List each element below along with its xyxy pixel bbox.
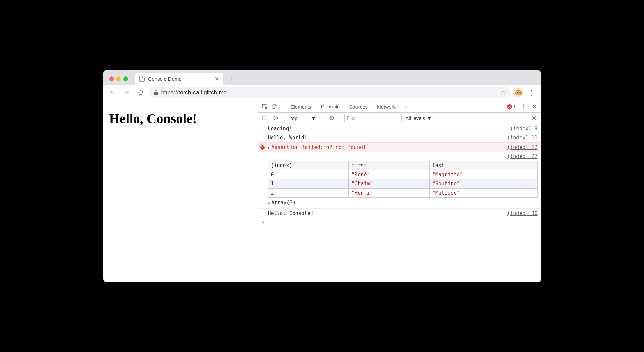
console-output: Loading! (index):9 Hello, World! (index)… [258, 124, 541, 282]
filter-input[interactable] [344, 114, 402, 122]
table-header[interactable]: last [430, 161, 537, 170]
log-row: Hello, Console! (index):30 [258, 209, 541, 218]
prompt-caret-icon: › [262, 219, 265, 225]
live-expression-button[interactable] [327, 114, 336, 123]
array-summary[interactable]: ▶Array(3) [268, 198, 538, 206]
more-tabs-button[interactable]: » [401, 102, 410, 111]
browser-window: Console Demo ✕ + https://torch-calf.glit… [103, 70, 541, 282]
table-header[interactable]: first [349, 161, 430, 170]
eye-icon [328, 115, 335, 121]
console-settings-button[interactable] [529, 115, 539, 121]
context-selector[interactable]: top▼ [289, 115, 319, 121]
arrow-left-icon [109, 90, 115, 96]
error-icon: ✕ [507, 104, 512, 109]
log-source-link[interactable]: (index):30 [507, 210, 537, 216]
svg-rect-2 [275, 106, 277, 109]
table-header[interactable]: (index) [268, 161, 349, 170]
devtools-tabbar: Elements Console Sources Network » ✕ 1 ⋮… [258, 101, 541, 113]
expand-triangle-icon: ▶ [268, 201, 270, 205]
profile-avatar[interactable]: 🐵 [513, 88, 523, 97]
log-message: Loading! [268, 126, 510, 132]
tab-elements[interactable]: Elements [286, 101, 316, 112]
new-tab-button[interactable]: + [227, 74, 236, 84]
tab-title: Console Demo [148, 76, 211, 82]
table-row-data: 2 "Henri" "Matisse" [268, 188, 537, 197]
chevron-down-icon: ▼ [427, 115, 432, 121]
console-prompt[interactable]: › [258, 218, 541, 227]
close-tab-button[interactable]: ✕ [215, 75, 219, 82]
url-text: https://torch-calf.glitch.me [161, 89, 497, 96]
log-row: Hello, World! (index):11 [258, 133, 541, 142]
svg-point-7 [533, 117, 535, 119]
tab-console[interactable]: Console [317, 101, 344, 112]
clear-console-button[interactable] [271, 114, 280, 123]
error-count: 1 [513, 104, 516, 109]
log-message: Hello, Console! [268, 210, 507, 216]
table-row: (index):27 (index) first last 0 [258, 152, 541, 209]
maximize-window-button[interactable] [123, 76, 128, 81]
log-source-link[interactable]: (index):27 [268, 152, 538, 161]
expand-triangle-icon[interactable]: ▶ [268, 146, 270, 150]
table-row-data: 0 "René" "Magritte" [268, 170, 537, 179]
device-mode-button[interactable] [271, 102, 279, 111]
tab-bar: Console Demo ✕ + [103, 70, 541, 85]
close-devtools-button[interactable]: ✕ [530, 102, 539, 111]
tab-sources[interactable]: Sources [345, 101, 372, 112]
svg-rect-3 [263, 116, 267, 120]
log-source-link[interactable]: (index):9 [510, 126, 537, 132]
devtools-menu-button[interactable]: ⋮ [519, 102, 528, 111]
browser-tab[interactable]: Console Demo ✕ [135, 73, 223, 85]
reload-icon [138, 90, 144, 96]
file-icon [139, 76, 145, 82]
log-message: ▶Assertion failed: h2 not found! [268, 144, 507, 150]
gear-icon [531, 115, 537, 121]
bookmark-button[interactable]: ☆ [500, 89, 506, 97]
device-icon [272, 104, 278, 110]
log-source-link[interactable]: (index):11 [507, 135, 537, 141]
log-row: Loading! (index):9 [258, 124, 541, 133]
reload-button[interactable] [135, 87, 146, 98]
inspect-icon [262, 104, 268, 110]
minimize-window-button[interactable] [116, 76, 121, 81]
forward-button[interactable] [121, 87, 132, 98]
error-count-badge[interactable]: ✕ 1 [507, 104, 516, 109]
window-controls [107, 76, 131, 85]
console-toolbar: top▼ All levels ▼ [258, 113, 541, 124]
page-heading: Hello, Console! [109, 111, 252, 127]
clear-icon [273, 115, 278, 121]
log-source-link[interactable]: (index):12 [507, 144, 537, 150]
svg-line-5 [274, 117, 277, 119]
tab-network[interactable]: Network [373, 101, 400, 112]
log-message: Hello, World! [268, 135, 507, 141]
toggle-sidebar-button[interactable] [260, 114, 269, 123]
content-area: Hello, Console! Elements Console Sources… [103, 101, 541, 282]
devtools-panel: Elements Console Sources Network » ✕ 1 ⋮… [258, 101, 541, 282]
address-bar[interactable]: https://torch-calf.glitch.me ☆ [149, 87, 511, 98]
close-window-button[interactable] [109, 76, 114, 81]
chevron-down-icon: ▼ [311, 115, 316, 121]
text-cursor [268, 220, 268, 225]
sidebar-icon [262, 115, 268, 121]
error-row: ▶Assertion failed: h2 not found! (index)… [258, 142, 541, 152]
svg-point-6 [331, 117, 332, 119]
browser-toolbar: https://torch-calf.glitch.me ☆ 🐵 ⋮ [103, 85, 541, 101]
page-viewport: Hello, Console! [103, 101, 258, 282]
arrow-right-icon [123, 90, 130, 96]
console-table: (index) first last 0 "René" "Magritte" [268, 161, 538, 198]
lock-icon [154, 90, 158, 95]
log-levels-selector[interactable]: All levels ▼ [404, 115, 433, 121]
separator [283, 103, 283, 110]
browser-menu-button[interactable]: ⋮ [526, 89, 538, 97]
inspect-button[interactable] [260, 102, 269, 111]
table-row-data: 1 "Chaim" "Soutine" [268, 179, 537, 188]
back-button[interactable] [107, 87, 118, 98]
